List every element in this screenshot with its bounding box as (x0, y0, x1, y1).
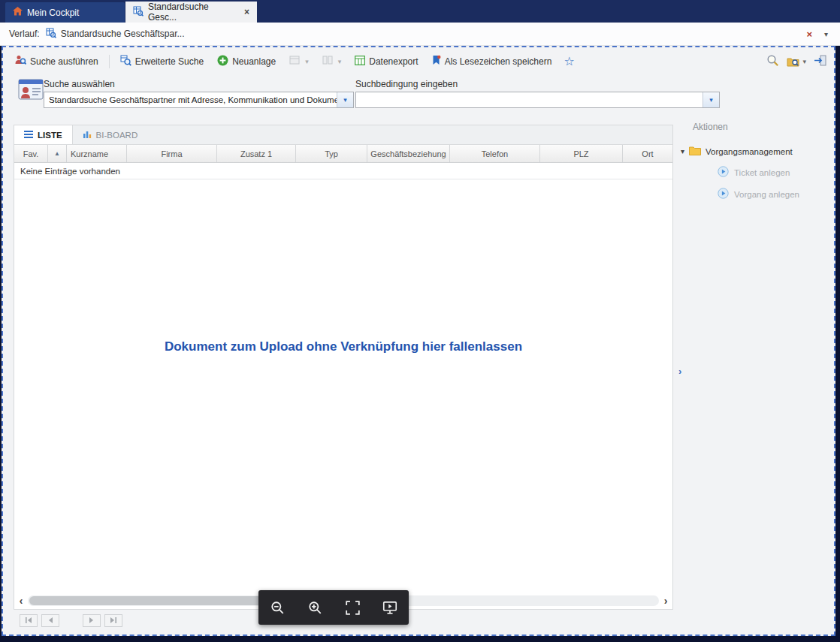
new-record-label: Neuanlage (232, 56, 276, 67)
action-item-ticket-anlegen[interactable]: Ticket anlegen (718, 166, 790, 179)
combo-arrow-button[interactable]: ▾ (703, 92, 719, 107)
page-first-button[interactable] (20, 614, 38, 627)
window-tab-bar: Mein Cockpit Standardsuche Gesc... × (0, 0, 840, 23)
caret-down-icon: ▾ (305, 58, 309, 65)
person-search-icon (15, 55, 26, 68)
history-entry-label: Standardsuche Geschäftspar... (61, 29, 185, 39)
empty-result-row: Keine Einträge vorhanden (14, 163, 672, 179)
favorite-star-icon[interactable]: ☆ (564, 56, 574, 68)
zoom-toolbar (258, 590, 409, 625)
magnifier-table-icon (120, 55, 131, 68)
main-toolbar: Suche ausführen Erweiterte Suche Neuanla… (5, 49, 832, 74)
history-entry[interactable]: Standardsuche Geschäftspar... (46, 28, 185, 41)
document-drop-zone[interactable]: Dokument zum Upload ohne Verknüpfung hie… (14, 181, 672, 591)
folder-search-dropdown-button[interactable]: ▾ (787, 56, 806, 67)
detach-window-icon[interactable] (814, 55, 826, 68)
column-header-sort[interactable]: ▲ (48, 145, 67, 162)
search-condition-combobox: ▾ (355, 92, 720, 108)
search-table-icon (46, 28, 56, 41)
tab-liste-label: LISTE (38, 131, 62, 140)
history-bar: Verlauf: Standardsuche Geschäftspar... ×… (0, 23, 840, 46)
fullscreen-button[interactable] (341, 596, 364, 619)
search-condition-label: Suchbedingung eingeben (355, 79, 458, 89)
list-icon (24, 131, 33, 140)
toolbar-separator (109, 55, 110, 68)
home-icon (13, 7, 23, 18)
combo-arrow-button[interactable]: ▾ (337, 92, 353, 107)
action-item-label: Vorgang anlegen (734, 190, 799, 199)
history-label: Verlauf: (9, 29, 40, 39)
zoom-out-button[interactable] (266, 596, 289, 619)
play-circle-icon (718, 188, 729, 200)
page-previous-button[interactable] (41, 614, 59, 627)
actions-panel-title: Aktionen (693, 122, 728, 132)
drop-zone-message: Dokument zum Upload ohne Verknüpfung hie… (165, 339, 522, 354)
form-icon (289, 56, 300, 67)
caret-down-icon: ▾ (802, 58, 806, 65)
result-list-panel: LISTE BI-BOARD Fav. ▲ Kurzname Firma Zus… (14, 125, 673, 610)
column-header-firma[interactable]: Firma (127, 145, 217, 162)
tab-mein-cockpit[interactable]: Mein Cockpit (5, 2, 125, 23)
page-next-button[interactable] (83, 614, 101, 627)
column-header-plz[interactable]: PLZ (540, 145, 623, 162)
column-header-kurzname[interactable]: Kurzname (67, 145, 127, 162)
new-record-button[interactable]: Neuanlage (211, 52, 282, 71)
advanced-search-label: Erweiterte Suche (135, 56, 204, 67)
quick-search-icon[interactable] (766, 54, 779, 69)
tab-label: Mein Cockpit (27, 8, 79, 18)
page-last-button[interactable] (104, 614, 122, 627)
export-table-icon (355, 56, 365, 68)
run-search-button[interactable]: Suche ausführen (9, 52, 104, 71)
column-header-typ[interactable]: Typ (296, 145, 367, 162)
column-header-fav[interactable]: Fav. (14, 145, 48, 162)
tab-close-icon[interactable]: × (244, 8, 249, 17)
play-circle-icon (718, 166, 729, 179)
plus-circle-icon (217, 55, 228, 68)
save-bookmark-label: Als Lesezeichen speichern (445, 56, 552, 67)
tab-bi-board-label: BI-BOARD (96, 131, 138, 140)
presentation-mode-button[interactable] (379, 596, 401, 619)
search-select-label: Suche auswählen (44, 79, 115, 89)
search-select-combobox[interactable]: Standardsuche Geschäftspartner mit Adres… (44, 92, 354, 108)
run-search-label: Suche ausführen (30, 56, 98, 67)
edit-record-dropdown-button[interactable]: ▾ (283, 53, 315, 70)
grid-header-row: Fav. ▲ Kurzname Firma Zusatz 1 Typ Gesch… (14, 145, 672, 163)
tab-label: Standardsuche Gesc... (148, 2, 240, 23)
save-bookmark-button[interactable]: Als Lesezeichen speichern (426, 52, 558, 71)
view-tab-strip: LISTE BI-BOARD (14, 125, 672, 145)
bar-chart-icon (83, 130, 92, 140)
search-condition-input[interactable] (356, 92, 703, 107)
column-header-ort[interactable]: Ort (623, 145, 672, 162)
panel-collapse-chevron-icon[interactable]: › (678, 366, 681, 377)
column-header-telefon[interactable]: Telefon (450, 145, 540, 162)
zoom-in-button[interactable] (304, 596, 326, 619)
columns-icon (322, 56, 333, 67)
action-group-vorgangsmanagement[interactable]: ▾ Vorgangsmanagement (681, 146, 793, 157)
action-item-vorgang-anlegen[interactable]: Vorgang anlegen (718, 188, 799, 200)
tab-liste[interactable]: LISTE (14, 125, 73, 144)
scroll-left-icon[interactable]: ‹ (16, 595, 26, 606)
tab-bi-board[interactable]: BI-BOARD (73, 125, 148, 144)
sort-asc-icon: ▲ (54, 150, 60, 157)
business-partner-card-icon (18, 79, 44, 104)
action-item-label: Ticket anlegen (734, 168, 790, 177)
data-export-button[interactable]: Datenexport (349, 53, 424, 71)
tab-standardsuche[interactable]: Standardsuche Gesc... × (125, 2, 257, 23)
caret-down-icon: ▾ (709, 96, 713, 104)
history-dropdown-icon[interactable]: ▾ (824, 30, 828, 38)
caret-down-icon: ▾ (343, 96, 347, 104)
scrollbar-thumb[interactable] (29, 596, 262, 605)
column-header-zusatz1[interactable]: Zusatz 1 (217, 145, 296, 162)
search-table-icon (133, 6, 144, 19)
advanced-search-button[interactable]: Erweiterte Suche (114, 52, 210, 71)
column-header-geschaeftsbeziehung[interactable]: Geschäftsbeziehung (367, 145, 450, 162)
history-close-icon[interactable]: × (806, 29, 812, 40)
caret-down-icon: ▾ (338, 58, 342, 65)
action-group-label: Vorgangsmanagement (706, 147, 793, 156)
tree-expanded-icon[interactable]: ▾ (681, 147, 684, 155)
search-select-value: Standardsuche Geschäftspartner mit Adres… (44, 95, 337, 104)
view-options-dropdown-button[interactable]: ▾ (316, 53, 348, 70)
folder-icon (689, 146, 701, 157)
scroll-right-icon[interactable]: › (660, 595, 671, 606)
bookmark-icon (432, 55, 441, 68)
